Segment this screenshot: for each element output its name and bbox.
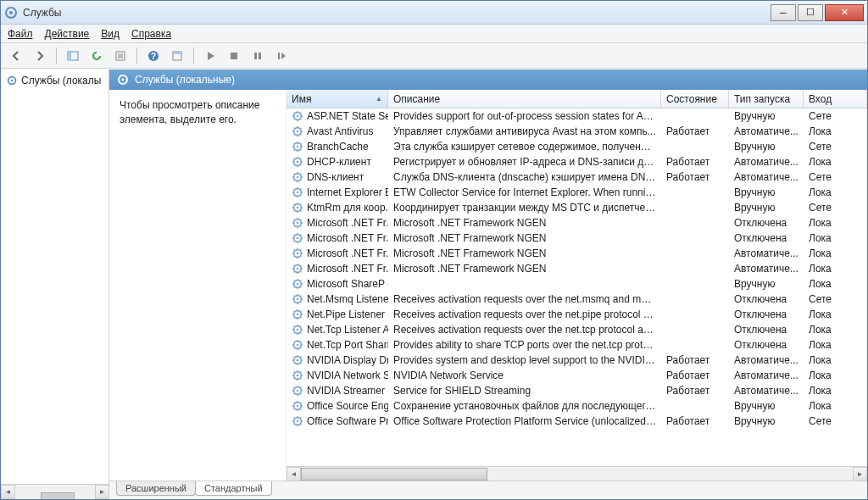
window-controls: ─ ☐ ✕ bbox=[771, 4, 864, 21]
menu-view[interactable]: Вид bbox=[101, 28, 120, 40]
gear-icon bbox=[292, 263, 303, 275]
maximize-button[interactable]: ☐ bbox=[798, 4, 823, 21]
column-state[interactable]: Состояние bbox=[661, 90, 729, 108]
table-row[interactable]: Office Software Pr...Office Software Pro… bbox=[287, 414, 867, 429]
service-start-type: Вручную bbox=[729, 109, 804, 123]
table-row[interactable]: Microsoft .NET Fr...Microsoft .NET Frame… bbox=[287, 246, 867, 261]
table-row[interactable]: Net.Tcp Listener A...Receives activation… bbox=[287, 322, 867, 337]
service-start-type: Вручную bbox=[729, 186, 804, 199]
tab-standard[interactable]: Стандартный bbox=[195, 481, 272, 496]
table-row[interactable]: Office Source Eng...Сохранение установоч… bbox=[287, 398, 867, 414]
table-row[interactable]: ASP.NET State Ser...Provides support for… bbox=[287, 108, 867, 124]
service-start-type: Автоматиче... bbox=[729, 247, 804, 260]
gear-icon bbox=[292, 293, 303, 305]
stop-service-button[interactable] bbox=[224, 46, 244, 66]
titlebar[interactable]: Службы ─ ☐ ✕ bbox=[1, 1, 867, 25]
show-hide-tree-button[interactable] bbox=[63, 46, 83, 66]
table-row[interactable]: DNS-клиентСлужба DNS-клиента (dnscache) … bbox=[287, 169, 867, 185]
hscroll-right[interactable]: ► bbox=[853, 467, 867, 481]
hscroll-thumb[interactable] bbox=[301, 468, 487, 481]
column-description[interactable]: Описание bbox=[388, 90, 661, 108]
svg-point-16 bbox=[122, 79, 125, 81]
table-row[interactable]: KtmRm для коор...Координирует транзакции… bbox=[287, 200, 867, 215]
service-login: Лока bbox=[804, 323, 867, 336]
service-name: Office Source Eng... bbox=[307, 400, 388, 412]
service-name: DHCP-клиент bbox=[307, 156, 371, 168]
tree-scroll-left[interactable]: ◄ bbox=[1, 485, 15, 499]
table-row[interactable]: NVIDIA Network S...NVIDIA Network Servic… bbox=[287, 368, 867, 383]
service-state bbox=[661, 192, 729, 193]
service-login: Лока bbox=[804, 369, 867, 382]
service-description: Регистрирует и обновляет IP-адреса и DNS… bbox=[388, 155, 661, 169]
column-login[interactable]: Вход bbox=[804, 90, 867, 108]
service-description: Provides system and desktop level suppor… bbox=[388, 353, 661, 367]
tree-scroll-thumb[interactable] bbox=[41, 492, 75, 500]
service-name: Microsoft .NET Fr... bbox=[307, 247, 388, 259]
hscroll-left[interactable]: ◄ bbox=[287, 467, 301, 481]
tree-hscroll[interactable]: ◄ ► bbox=[1, 484, 109, 499]
service-description: ETW Collector Service for Internet Explo… bbox=[388, 186, 661, 199]
restart-service-button[interactable] bbox=[271, 46, 292, 66]
service-description bbox=[388, 283, 661, 285]
table-row[interactable]: Microsoft .NET Fr...Microsoft .NET Frame… bbox=[287, 261, 867, 276]
column-start-type[interactable]: Тип запуска bbox=[729, 90, 804, 108]
table-row[interactable]: NVIDIA Display Dri...Provides system and… bbox=[287, 353, 867, 368]
tree-root-services[interactable]: Службы (локалы bbox=[4, 73, 105, 88]
gear-icon bbox=[292, 308, 303, 320]
svg-rect-9 bbox=[231, 53, 237, 59]
minimize-button[interactable]: ─ bbox=[771, 4, 796, 21]
properties-button[interactable] bbox=[167, 46, 187, 66]
menu-file[interactable]: Файл bbox=[8, 28, 33, 40]
main-panel: Службы (локальные) Чтобы просмотреть опи… bbox=[109, 69, 867, 499]
tree-scroll-right[interactable]: ► bbox=[95, 485, 109, 499]
service-state: Работает bbox=[661, 369, 729, 382]
tab-extended[interactable]: Расширенный bbox=[116, 481, 196, 496]
column-name[interactable]: Имя▲ bbox=[287, 90, 388, 108]
service-state bbox=[661, 207, 729, 208]
service-description: Receives activation requests over the ne… bbox=[388, 292, 661, 306]
service-description: Microsoft .NET Framework NGEN bbox=[388, 216, 661, 230]
service-description: Receives activation requests over the ne… bbox=[388, 308, 661, 321]
svg-rect-11 bbox=[259, 53, 261, 59]
start-service-button[interactable] bbox=[200, 46, 220, 66]
export-button[interactable] bbox=[110, 46, 131, 66]
svg-point-56 bbox=[297, 405, 299, 408]
service-login: Сете bbox=[804, 170, 867, 184]
help-button[interactable]: ? bbox=[143, 46, 164, 66]
service-name: BranchCache bbox=[307, 141, 369, 153]
gear-icon bbox=[292, 171, 303, 183]
table-row[interactable]: Microsoft .NET Fr...Microsoft .NET Frame… bbox=[287, 231, 867, 246]
gear-icon bbox=[292, 385, 303, 397]
table-hscroll[interactable]: ◄ ► bbox=[287, 466, 867, 481]
close-button[interactable]: ✕ bbox=[825, 4, 864, 21]
table-row[interactable]: DHCP-клиентРегистрирует и обновляет IP-а… bbox=[287, 154, 867, 169]
table-row[interactable]: BranchCacheЭта служба кэширует сетевое с… bbox=[287, 139, 867, 154]
table-row[interactable]: Net.Tcp Port Shari...Provides ability to… bbox=[287, 337, 867, 353]
pause-service-button[interactable] bbox=[248, 46, 268, 66]
content-area: Службы (локалы ◄ ► Службы (локальные) Чт… bbox=[1, 69, 867, 499]
service-state bbox=[661, 314, 729, 315]
service-description: Provides ability to share TCP ports over… bbox=[388, 338, 661, 352]
table-row[interactable]: Microsoft .NET Fr...Microsoft .NET Frame… bbox=[287, 215, 867, 231]
forward-button[interactable] bbox=[30, 46, 50, 66]
refresh-button[interactable] bbox=[86, 46, 107, 66]
service-name: Microsoft ShareP o... bbox=[307, 278, 388, 290]
svg-point-52 bbox=[297, 375, 299, 377]
svg-point-42 bbox=[297, 298, 299, 301]
service-name: Office Software Pr... bbox=[307, 415, 388, 427]
service-login: Лока bbox=[804, 308, 867, 321]
back-button[interactable] bbox=[6, 46, 26, 66]
table-row[interactable]: Internet Explorer E...ETW Collector Serv… bbox=[287, 185, 867, 200]
svg-point-24 bbox=[297, 161, 299, 164]
service-start-type: Автоматиче... bbox=[729, 125, 804, 138]
table-row[interactable]: Microsoft ShareP o...ВручнуюЛока bbox=[287, 276, 867, 292]
table-row[interactable]: Avast AntivirusУправляет службами антиви… bbox=[287, 124, 867, 139]
menu-help[interactable]: Справка bbox=[131, 28, 171, 40]
menu-action[interactable]: Действие bbox=[45, 28, 90, 40]
table-row[interactable]: Net.Msmq Listene...Receives activation r… bbox=[287, 292, 867, 307]
service-description: Эта служба кэширует сетевое содержимое, … bbox=[388, 140, 661, 153]
service-description: Microsoft .NET Framework NGEN bbox=[388, 247, 661, 260]
table-row[interactable]: Net.Pipe Listener ...Receives activation… bbox=[287, 307, 867, 322]
svg-point-38 bbox=[297, 268, 299, 270]
table-row[interactable]: NVIDIA Streamer S...Service for SHIELD S… bbox=[287, 383, 867, 398]
